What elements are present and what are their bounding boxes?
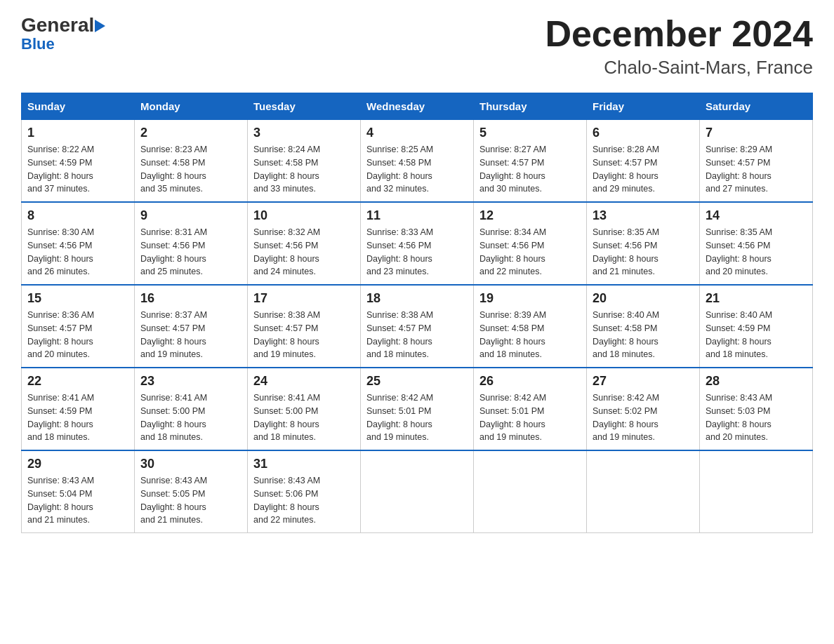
calendar-cell: 15Sunrise: 8:36 AMSunset: 4:57 PMDayligh… bbox=[22, 285, 135, 368]
day-info: Sunrise: 8:39 AMSunset: 4:58 PMDaylight:… bbox=[479, 309, 581, 361]
day-info: Sunrise: 8:32 AMSunset: 4:56 PMDaylight:… bbox=[253, 226, 355, 279]
calendar-cell: 7Sunrise: 8:29 AMSunset: 4:57 PMDaylight… bbox=[700, 120, 813, 203]
day-info: Sunrise: 8:33 AMSunset: 4:56 PMDaylight:… bbox=[366, 226, 468, 279]
day-info: Sunrise: 8:38 AMSunset: 4:57 PMDaylight:… bbox=[253, 309, 355, 361]
calendar-cell: 28Sunrise: 8:43 AMSunset: 5:03 PMDayligh… bbox=[700, 368, 813, 450]
day-info: Sunrise: 8:22 AMSunset: 4:59 PMDaylight:… bbox=[27, 143, 128, 196]
day-number: 15 bbox=[27, 291, 128, 306]
day-info: Sunrise: 8:30 AMSunset: 4:56 PMDaylight:… bbox=[27, 226, 128, 279]
calendar-cell: 12Sunrise: 8:34 AMSunset: 4:56 PMDayligh… bbox=[474, 202, 587, 285]
day-number: 6 bbox=[593, 126, 694, 140]
calendar-cell: 23Sunrise: 8:41 AMSunset: 5:00 PMDayligh… bbox=[135, 368, 248, 450]
day-info: Sunrise: 8:43 AMSunset: 5:06 PMDaylight:… bbox=[253, 474, 355, 527]
header-thursday: Thursday bbox=[474, 93, 587, 120]
calendar-cell: 10Sunrise: 8:32 AMSunset: 4:56 PMDayligh… bbox=[248, 202, 361, 285]
day-number: 30 bbox=[140, 457, 241, 471]
calendar-cell: 30Sunrise: 8:43 AMSunset: 5:05 PMDayligh… bbox=[135, 450, 248, 533]
day-info: Sunrise: 8:37 AMSunset: 4:57 PMDaylight:… bbox=[140, 309, 241, 361]
calendar-cell: 16Sunrise: 8:37 AMSunset: 4:57 PMDayligh… bbox=[135, 285, 248, 368]
calendar-cell: 31Sunrise: 8:43 AMSunset: 5:06 PMDayligh… bbox=[248, 450, 361, 533]
day-number: 28 bbox=[706, 374, 807, 389]
location-title: Chalo-Saint-Mars, France bbox=[545, 57, 813, 79]
day-number: 3 bbox=[253, 126, 355, 140]
calendar-cell: 6Sunrise: 8:28 AMSunset: 4:57 PMDaylight… bbox=[587, 120, 700, 203]
day-number: 14 bbox=[706, 208, 807, 223]
day-info: Sunrise: 8:41 AMSunset: 5:00 PMDaylight:… bbox=[140, 391, 241, 444]
calendar-cell: 11Sunrise: 8:33 AMSunset: 4:56 PMDayligh… bbox=[361, 202, 474, 285]
calendar-cell: 14Sunrise: 8:35 AMSunset: 4:56 PMDayligh… bbox=[700, 202, 813, 285]
day-number: 19 bbox=[479, 291, 581, 306]
day-number: 25 bbox=[366, 374, 468, 389]
calendar-cell: 17Sunrise: 8:38 AMSunset: 4:57 PMDayligh… bbox=[248, 285, 361, 368]
day-info: Sunrise: 8:25 AMSunset: 4:58 PMDaylight:… bbox=[366, 143, 468, 196]
day-info: Sunrise: 8:29 AMSunset: 4:57 PMDaylight:… bbox=[706, 143, 807, 196]
day-number: 5 bbox=[479, 126, 581, 140]
calendar-cell: 4Sunrise: 8:25 AMSunset: 4:58 PMDaylight… bbox=[361, 120, 474, 203]
day-number: 23 bbox=[140, 374, 241, 389]
logo: General Blue bbox=[21, 14, 105, 53]
day-number: 13 bbox=[593, 208, 694, 223]
day-info: Sunrise: 8:40 AMSunset: 4:58 PMDaylight:… bbox=[593, 309, 694, 361]
day-number: 10 bbox=[253, 208, 355, 223]
calendar-cell: 18Sunrise: 8:38 AMSunset: 4:57 PMDayligh… bbox=[361, 285, 474, 368]
header-wednesday: Wednesday bbox=[361, 93, 474, 120]
day-info: Sunrise: 8:28 AMSunset: 4:57 PMDaylight:… bbox=[593, 143, 694, 196]
day-info: Sunrise: 8:43 AMSunset: 5:03 PMDaylight:… bbox=[706, 391, 807, 444]
calendar-cell: 8Sunrise: 8:30 AMSunset: 4:56 PMDaylight… bbox=[22, 202, 135, 285]
day-number: 24 bbox=[253, 374, 355, 389]
header-friday: Friday bbox=[587, 93, 700, 120]
header-saturday: Saturday bbox=[700, 93, 813, 120]
day-number: 20 bbox=[593, 291, 694, 306]
calendar-cell bbox=[474, 450, 587, 533]
day-info: Sunrise: 8:41 AMSunset: 5:00 PMDaylight:… bbox=[253, 391, 355, 444]
day-number: 12 bbox=[479, 208, 581, 223]
calendar-cell bbox=[587, 450, 700, 533]
calendar-cell: 3Sunrise: 8:24 AMSunset: 4:58 PMDaylight… bbox=[248, 120, 361, 203]
calendar-cell bbox=[361, 450, 474, 533]
logo-arrow-icon bbox=[95, 20, 105, 32]
day-number: 22 bbox=[27, 374, 128, 389]
day-info: Sunrise: 8:42 AMSunset: 5:02 PMDaylight:… bbox=[593, 391, 694, 444]
day-number: 18 bbox=[366, 291, 468, 306]
day-info: Sunrise: 8:43 AMSunset: 5:05 PMDaylight:… bbox=[140, 474, 241, 527]
calendar-cell: 5Sunrise: 8:27 AMSunset: 4:57 PMDaylight… bbox=[474, 120, 587, 203]
header-sunday: Sunday bbox=[22, 93, 135, 120]
day-info: Sunrise: 8:36 AMSunset: 4:57 PMDaylight:… bbox=[27, 309, 128, 361]
day-info: Sunrise: 8:43 AMSunset: 5:04 PMDaylight:… bbox=[27, 474, 128, 527]
day-number: 8 bbox=[27, 208, 128, 223]
day-info: Sunrise: 8:23 AMSunset: 4:58 PMDaylight:… bbox=[140, 143, 241, 196]
day-number: 29 bbox=[27, 457, 128, 471]
logo-blue-text: Blue bbox=[21, 35, 55, 53]
day-info: Sunrise: 8:41 AMSunset: 4:59 PMDaylight:… bbox=[27, 391, 128, 444]
week-row-1: 1Sunrise: 8:22 AMSunset: 4:59 PMDaylight… bbox=[22, 120, 813, 203]
logo-general-text: General bbox=[21, 14, 94, 36]
header-monday: Monday bbox=[135, 93, 248, 120]
week-row-2: 8Sunrise: 8:30 AMSunset: 4:56 PMDaylight… bbox=[22, 202, 813, 285]
day-info: Sunrise: 8:40 AMSunset: 4:59 PMDaylight:… bbox=[706, 309, 807, 361]
calendar-cell: 27Sunrise: 8:42 AMSunset: 5:02 PMDayligh… bbox=[587, 368, 700, 450]
day-number: 21 bbox=[706, 291, 807, 306]
day-info: Sunrise: 8:24 AMSunset: 4:58 PMDaylight:… bbox=[253, 143, 355, 196]
calendar-cell: 25Sunrise: 8:42 AMSunset: 5:01 PMDayligh… bbox=[361, 368, 474, 450]
day-number: 7 bbox=[706, 126, 807, 140]
day-info: Sunrise: 8:42 AMSunset: 5:01 PMDaylight:… bbox=[366, 391, 468, 444]
calendar-body: 1Sunrise: 8:22 AMSunset: 4:59 PMDaylight… bbox=[22, 120, 813, 533]
day-number: 17 bbox=[253, 291, 355, 306]
calendar-cell: 26Sunrise: 8:42 AMSunset: 5:01 PMDayligh… bbox=[474, 368, 587, 450]
day-number: 4 bbox=[366, 126, 468, 140]
day-info: Sunrise: 8:38 AMSunset: 4:57 PMDaylight:… bbox=[366, 309, 468, 361]
day-number: 16 bbox=[140, 291, 241, 306]
day-info: Sunrise: 8:42 AMSunset: 5:01 PMDaylight:… bbox=[479, 391, 581, 444]
header-tuesday: Tuesday bbox=[248, 93, 361, 120]
calendar-header: SundayMondayTuesdayWednesdayThursdayFrid… bbox=[22, 93, 813, 120]
calendar-cell: 19Sunrise: 8:39 AMSunset: 4:58 PMDayligh… bbox=[474, 285, 587, 368]
day-number: 27 bbox=[593, 374, 694, 389]
day-number: 1 bbox=[27, 126, 128, 140]
day-info: Sunrise: 8:35 AMSunset: 4:56 PMDaylight:… bbox=[706, 226, 807, 279]
header-row: SundayMondayTuesdayWednesdayThursdayFrid… bbox=[22, 93, 813, 120]
calendar-table: SundayMondayTuesdayWednesdayThursdayFrid… bbox=[21, 93, 813, 533]
day-info: Sunrise: 8:31 AMSunset: 4:56 PMDaylight:… bbox=[140, 226, 241, 279]
day-number: 31 bbox=[253, 457, 355, 471]
day-info: Sunrise: 8:27 AMSunset: 4:57 PMDaylight:… bbox=[479, 143, 581, 196]
calendar-cell: 21Sunrise: 8:40 AMSunset: 4:59 PMDayligh… bbox=[700, 285, 813, 368]
